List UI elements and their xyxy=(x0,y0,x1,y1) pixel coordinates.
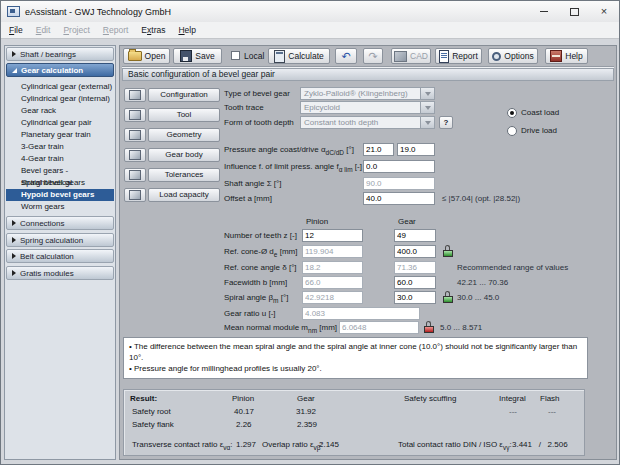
chevron-right-icon xyxy=(12,51,16,57)
calculator-icon xyxy=(274,50,285,63)
menu-help[interactable]: Help xyxy=(178,25,195,35)
open-button[interactable]: Open xyxy=(123,48,170,64)
menu-extras[interactable]: Extras xyxy=(141,25,165,35)
form-of-tooth-depth-select[interactable]: Constant tooth depth xyxy=(300,116,435,129)
ref-cone-angle-label: Ref. cone angle δ [°] xyxy=(224,261,297,274)
coast-load-label: Coast load xyxy=(521,108,559,118)
save-button[interactable]: Save xyxy=(173,48,222,64)
sidebar-item-hypoid-bevel-gears[interactable]: Hypoid bevel gears xyxy=(6,189,114,201)
gear-body-button[interactable]: Gear body xyxy=(148,148,220,162)
sidebar-header-gear-calculation[interactable]: Gear calculation xyxy=(6,63,114,77)
help-button[interactable]: Help xyxy=(545,48,588,64)
options-button[interactable]: Options xyxy=(488,48,538,64)
hint-line: • Pressure angle for millinghead profile… xyxy=(129,363,582,374)
tooth-depth-help-button[interactable]: ? xyxy=(439,116,453,129)
shaft-angle-input xyxy=(363,177,435,190)
load-capacity-button[interactable]: Load capacity xyxy=(148,188,220,202)
drive-load-radio[interactable] xyxy=(507,126,517,136)
pinion-column-header: Pinion xyxy=(306,216,328,227)
geometry-icon-button[interactable] xyxy=(124,128,146,142)
sidebar-item-3-gear-train[interactable]: 3-Gear train xyxy=(6,141,114,153)
hint-box: • The difference between the mean spiral… xyxy=(123,337,588,379)
spiral-angle-gear-input[interactable] xyxy=(394,291,436,304)
sidebar-header-belt-calculation[interactable]: Belt calculation xyxy=(6,249,114,263)
unlock-icon[interactable] xyxy=(442,245,454,257)
sidebar-header-shaft-bearings[interactable]: Shaft / bearings xyxy=(6,47,114,61)
calculate-button[interactable]: Calculate xyxy=(268,48,330,64)
tooth-trace-select[interactable]: Epicycloid xyxy=(300,101,435,114)
sidebar-item-cylindrical-gear-pair[interactable]: Cylindrical gear pair xyxy=(6,117,114,129)
results-panel: Result: Pinion Gear Safety scuffing Inte… xyxy=(123,389,585,456)
sidebar-item-worm-gears[interactable]: Worm gears xyxy=(6,201,114,213)
sidebar-header-spring-calculation[interactable]: Spring calculation xyxy=(6,233,114,247)
mean-normal-module-input xyxy=(339,321,419,334)
ref-cone-diameter-gear-input[interactable] xyxy=(394,245,436,258)
dropdown-arrow-icon xyxy=(420,117,434,128)
pressure-angle-coast-input[interactable] xyxy=(363,143,394,156)
tolerances-button[interactable]: Tolerances xyxy=(148,168,220,182)
results-integral-header: Integral xyxy=(499,393,526,404)
type-of-bevel-gear-select[interactable]: Zyklo-Palloid® (Klingelnberg) xyxy=(300,87,435,100)
maximize-button[interactable] xyxy=(559,1,589,22)
minimize-button[interactable] xyxy=(529,1,559,22)
sidebar-item-spiral-bevel-gears[interactable]: Spiral bevel gears xyxy=(6,177,114,189)
tolerances-icon-button[interactable] xyxy=(124,168,146,182)
influence-limit-pressure-angle-input[interactable] xyxy=(363,160,435,173)
sidebar-item-cylindrical-gear-external[interactable]: Cylindrical gear (external) xyxy=(6,81,114,93)
transverse-contact-ratio-value: 1.297 xyxy=(236,439,256,450)
results-scuffing-header: Safety scuffing xyxy=(404,393,456,404)
lock-icon[interactable] xyxy=(423,321,435,333)
close-button[interactable]: × xyxy=(589,1,619,22)
report-button[interactable]: Report xyxy=(435,48,482,64)
save-disk-icon xyxy=(180,50,192,62)
app-icon xyxy=(7,6,20,17)
gear-body-icon-button[interactable] xyxy=(124,148,146,162)
close-icon: × xyxy=(601,6,607,17)
configuration-icon-button[interactable] xyxy=(124,88,146,102)
geometry-button[interactable]: Geometry xyxy=(148,128,220,142)
offset-input[interactable] xyxy=(363,192,435,205)
tool-icon-button[interactable] xyxy=(124,108,146,122)
pressure-angle-drive-input[interactable] xyxy=(397,143,435,156)
section-title: Basic configuration of a bevel gear pair xyxy=(122,68,614,81)
coast-load-radio[interactable] xyxy=(507,108,517,118)
menu-report: Report xyxy=(103,25,129,35)
ref-cone-angle-gear-input xyxy=(394,261,436,274)
configuration-button[interactable]: Configuration xyxy=(148,88,220,102)
chevron-right-icon xyxy=(12,237,16,243)
tool-button[interactable]: Tool xyxy=(148,108,220,122)
facewidth-gear-input[interactable] xyxy=(394,276,436,289)
configuration-icon xyxy=(129,90,141,100)
sidebar-item-cylindrical-gear-internal[interactable]: Cylindrical gear (internal) xyxy=(6,93,114,105)
load-capacity-icon-button[interactable] xyxy=(124,188,146,202)
sidebar: Shaft / bearings Gear calculation Cylind… xyxy=(4,45,116,460)
local-checkbox[interactable] xyxy=(231,51,240,60)
sidebar-header-connections[interactable]: Connections xyxy=(6,216,114,230)
load-capacity-icon xyxy=(129,190,141,200)
menu-bar: File Edit Project Report Extras Help xyxy=(1,22,619,39)
sidebar-item-gear-rack[interactable]: Gear rack xyxy=(6,105,114,117)
redo-icon: ↷ xyxy=(368,51,377,62)
sidebar-item-bevel-gears-straight-helical[interactable]: Bevel gears - straight/helical xyxy=(6,165,114,177)
cad-button: CAD xyxy=(391,48,431,64)
sidebar-item-planetary-gear-train[interactable]: Planetary gear train xyxy=(6,129,114,141)
redo-button: ↷ xyxy=(363,48,383,64)
gear-column-header: Gear xyxy=(398,216,416,227)
total-contact-ratio-value: 3.441 / 2.506 xyxy=(512,439,568,450)
results-title: Result: xyxy=(130,393,157,404)
teeth-gear-input[interactable] xyxy=(394,229,436,242)
sidebar-header-gratis-modules[interactable]: Gratis modules xyxy=(6,266,114,280)
window-title: eAssistant - GWJ Technology GmbH xyxy=(25,7,171,17)
safety-root-gear-value: 31.92 xyxy=(296,406,316,417)
sidebar-item-4-gear-train[interactable]: 4-Gear train xyxy=(6,153,114,165)
unlock-icon[interactable] xyxy=(442,291,454,303)
dropdown-arrow-icon xyxy=(420,102,434,113)
total-contact-ratio-label: Total contact ratio DIN / ISO εvγ: xyxy=(398,439,512,450)
menu-file[interactable]: File xyxy=(9,25,23,35)
app-window: eAssistant - GWJ Technology GmbH × File … xyxy=(0,0,620,465)
number-of-teeth-label: Number of teeth z [-] xyxy=(224,229,297,242)
drive-load-label: Drive load xyxy=(521,126,557,136)
tooth-trace-label: Tooth trace xyxy=(224,101,264,114)
undo-button[interactable]: ↶ xyxy=(335,48,357,64)
teeth-pinion-input[interactable] xyxy=(302,229,363,242)
